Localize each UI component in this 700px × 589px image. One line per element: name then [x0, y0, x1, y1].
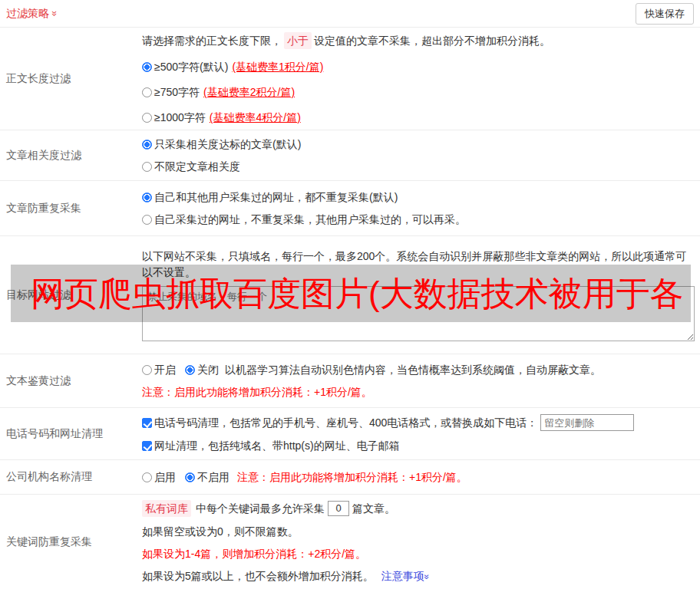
quick-save-button[interactable]: 快速保存	[636, 3, 694, 25]
keyword-limit-line1: 私有词库 中每个关键词最多允许采集 篇文章。	[142, 500, 694, 517]
radio-option-relevance-any: 不限定文章相关度	[142, 159, 694, 174]
max-articles-input[interactable]	[328, 501, 349, 516]
radio-label-relevance-any: 不限定文章相关度	[154, 159, 240, 174]
keyword-limit-text4: 如果设为5篇或以上，也不会额外增加积分消耗。	[142, 568, 374, 584]
radio-icon-company-off[interactable]	[185, 472, 195, 482]
porn-filter-options: 开启 关闭 以机器学习算法自动识别色情内容，当色情概率达到系统阈值，自动屏蔽文章…	[142, 362, 694, 377]
radio-option-1000: ≥1000字符 (基础费率4积分/篇)	[142, 110, 694, 125]
radio-label-porn-off: 关闭	[197, 362, 219, 377]
page-header: 过滤策略 » 快速保存	[0, 0, 700, 28]
content-length-intro: 请选择需求的正文长度下限， 小于 设定值的文章不采集，超出部分不增加积分消耗。	[142, 32, 694, 49]
radio-icon-dedup-self[interactable]	[142, 215, 152, 225]
checkbox-icon-phone[interactable]	[142, 418, 152, 428]
radio-option-dedup-all: 自己和其他用户采集过的网址，都不重复采集(默认)	[142, 189, 694, 205]
radio-label-dedup-all: 自己和其他用户采集过的网址，都不重复采集(默认)	[154, 189, 398, 205]
radio-label-750: ≥750字符	[154, 84, 200, 100]
porn-filter-desc: 以机器学习算法自动识别色情内容，当色情概率达到系统阈值，自动屏蔽文章。	[225, 362, 601, 377]
radio-label-relevance-strict: 只采集相关度达标的文章(默认)	[154, 137, 301, 152]
company-clean-note: 注意：启用此功能将增加积分消耗：+1积分/篇。	[237, 469, 467, 485]
radio-icon-porn-on[interactable]	[142, 365, 152, 375]
notes-link[interactable]: 注意事项»	[381, 568, 430, 584]
intro-text-before: 请选择需求的正文长度下限，	[142, 33, 282, 48]
row-porn-filter: 文本鉴黄过滤 开启 关闭 以机器学习算法自动识别色情内容，当色情概率达到系统阈值…	[0, 354, 700, 408]
radio-icon-porn-off[interactable]	[185, 365, 195, 375]
page-title: 过滤策略	[6, 7, 49, 21]
keyword-limit-text-end: 篇文章。	[352, 501, 395, 516]
radio-label-company-on: 启用	[154, 469, 176, 485]
url-clean-option: 网址清理，包括纯域名、带http(s)的网址、电子邮箱	[142, 438, 694, 453]
filter-strategy-page: 过滤策略 » 快速保存 正文长度过滤 请选择需求的正文长度下限， 小于 设定值的…	[0, 0, 700, 589]
row-company-clean: 公司机构名称清理 启用 不启用 注意：启用此功能将增加积分消耗：+1积分/篇。	[0, 460, 700, 495]
row-phone-clean: 电话号码和网址清理 电话号码清理，包括常见的手机号、座机号、400电话格式，或替…	[0, 408, 700, 460]
porn-filter-note: 注意：启用此功能将增加积分消耗：+1积分/篇。	[142, 384, 694, 400]
radio-label-porn-on: 开启	[154, 362, 176, 377]
company-clean-label: 公司机构名称清理	[0, 460, 142, 494]
radio-icon-relevance-any[interactable]	[142, 162, 152, 172]
notes-chevron-icon: »	[419, 574, 434, 579]
fee-note-1000: (基础费率4积分/篇)	[210, 110, 301, 125]
fee-note-750: (基础费率2积分/篇)	[203, 84, 295, 100]
row-keyword-limit: 关键词防重复采集 私有词库 中每个关键词最多允许采集 篇文章。 如果留空或设为0…	[0, 495, 700, 589]
relevance-label: 文章相关度过滤	[0, 130, 142, 180]
content-length-label: 正文长度过滤	[0, 28, 142, 130]
radio-label-1000: ≥1000字符	[154, 110, 206, 125]
less-than-tag: 小于	[284, 32, 312, 49]
watermark-overlay: 网页爬虫抓取百度图片(大数据技术被用于各	[11, 265, 691, 322]
radio-option-relevance-strict: 只采集相关度达标的文章(默认)	[142, 137, 694, 152]
row-url-dedup: 文章防重复采集 自己和其他用户采集过的网址，都不重复采集(默认) 自己采集过的网…	[0, 181, 700, 236]
url-dedup-label: 文章防重复采集	[0, 181, 142, 235]
keyword-limit-line3: 如果设为1-4篇，则增加积分消耗：+2积分/篇。	[142, 546, 694, 561]
radio-label-dedup-self: 自己采集过的网址，不重复采集，其他用户采集过的，可以再采。	[154, 212, 466, 227]
replace-phone-input[interactable]	[540, 414, 634, 431]
radio-option-750: ≥750字符 (基础费率2积分/篇)	[142, 84, 694, 100]
intro-text-after: 设定值的文章不采集，超出部分不增加积分消耗。	[314, 33, 550, 48]
checkbox-icon-url[interactable]	[142, 441, 152, 451]
radio-label-500: ≥500字符(默认)	[154, 59, 228, 74]
radio-icon-1000[interactable]	[142, 113, 152, 123]
radio-icon-relevance-strict[interactable]	[142, 140, 152, 150]
radio-label-company-off: 不启用	[197, 469, 229, 485]
radio-icon-500[interactable]	[142, 62, 152, 72]
company-clean-options: 启用 不启用 注意：启用此功能将增加积分消耗：+1积分/篇。	[142, 469, 694, 485]
checkbox-label-url: 网址清理，包括纯域名、带http(s)的网址、电子邮箱	[154, 438, 400, 453]
radio-icon-dedup-all[interactable]	[142, 192, 152, 202]
keyword-limit-line2: 如果留空或设为0，则不限篇数。	[142, 524, 694, 539]
porn-filter-label: 文本鉴黄过滤	[0, 354, 142, 407]
radio-option-500: ≥500字符(默认) (基础费率1积分/篇)	[142, 59, 694, 74]
watermark-text: 网页爬虫抓取百度图片(大数据技术被用于各	[11, 277, 684, 311]
keyword-limit-line4: 如果设为5篇或以上，也不会额外增加积分消耗。 注意事项»	[142, 568, 694, 584]
phone-clean-label: 电话号码和网址清理	[0, 408, 142, 459]
row-relevance: 文章相关度过滤 只采集相关度达标的文章(默认) 不限定文章相关度	[0, 130, 700, 181]
keyword-limit-text-mid: 中每个关键词最多允许采集	[196, 501, 325, 516]
radio-option-dedup-self: 自己采集过的网址，不重复采集，其他用户采集过的，可以再采。	[142, 212, 694, 227]
radio-icon-750[interactable]	[142, 87, 152, 97]
private-thesaurus-tag: 私有词库	[142, 500, 191, 517]
keyword-limit-label: 关键词防重复采集	[0, 495, 142, 589]
notes-link-label: 注意事项	[381, 570, 424, 582]
fee-note-500: (基础费率1积分/篇)	[232, 59, 323, 74]
collapse-chevron-icon[interactable]: »	[49, 11, 61, 16]
checkbox-label-phone: 电话号码清理，包括常见的手机号、座机号、400电话格式，或替换成如下电话：	[154, 415, 537, 430]
phone-clean-option: 电话号码清理，包括常见的手机号、座机号、400电话格式，或替换成如下电话：	[142, 414, 694, 431]
radio-icon-company-on[interactable]	[142, 472, 152, 482]
row-content-length: 正文长度过滤 请选择需求的正文长度下限， 小于 设定值的文章不采集，超出部分不增…	[0, 28, 700, 130]
